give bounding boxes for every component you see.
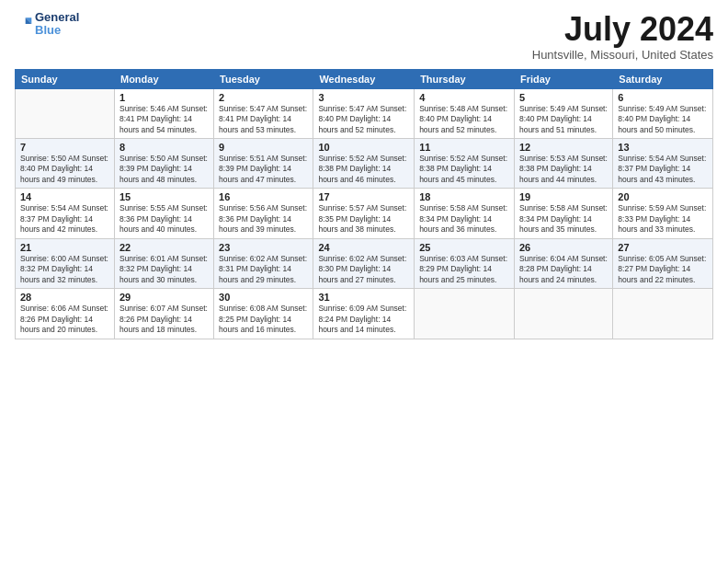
- week-row-3: 14Sunrise: 5:54 AM Sunset: 8:37 PM Dayli…: [16, 189, 713, 238]
- week-row-1: 1Sunrise: 5:46 AM Sunset: 8:41 PM Daylig…: [16, 88, 713, 138]
- day-info: Sunrise: 5:47 AM Sunset: 8:40 PM Dayligh…: [318, 104, 409, 135]
- day-cell: 10Sunrise: 5:52 AM Sunset: 8:38 PM Dayli…: [313, 139, 415, 189]
- logo: General Blue: [15, 11, 79, 38]
- col-header-thursday: Thursday: [415, 69, 515, 88]
- day-number: 3: [318, 92, 409, 103]
- title-area: July 2024 Huntsville, Missouri, United S…: [532, 11, 713, 62]
- day-cell: 8Sunrise: 5:50 AM Sunset: 8:39 PM Daylig…: [114, 139, 213, 189]
- day-cell: 6Sunrise: 5:49 AM Sunset: 8:40 PM Daylig…: [613, 88, 713, 138]
- day-number: 21: [20, 242, 109, 253]
- day-cell: 15Sunrise: 5:55 AM Sunset: 8:36 PM Dayli…: [114, 189, 213, 238]
- day-number: 1: [119, 92, 209, 103]
- header: General Blue July 2024 Huntsville, Misso…: [15, 11, 713, 62]
- day-info: Sunrise: 6:03 AM Sunset: 8:29 PM Dayligh…: [419, 254, 509, 285]
- day-info: Sunrise: 5:56 AM Sunset: 8:36 PM Dayligh…: [219, 203, 308, 235]
- day-info: Sunrise: 6:02 AM Sunset: 8:31 PM Dayligh…: [219, 254, 308, 285]
- day-number: 13: [618, 142, 708, 153]
- subtitle: Huntsville, Missouri, United States: [532, 48, 713, 62]
- day-info: Sunrise: 5:59 AM Sunset: 8:33 PM Dayligh…: [618, 203, 708, 235]
- day-cell: 25Sunrise: 6:03 AM Sunset: 8:29 PM Dayli…: [415, 238, 515, 288]
- day-number: 23: [219, 242, 308, 253]
- day-number: 8: [119, 142, 209, 153]
- day-cell: 23Sunrise: 6:02 AM Sunset: 8:31 PM Dayli…: [214, 238, 313, 288]
- day-number: 27: [618, 242, 708, 253]
- day-info: Sunrise: 5:50 AM Sunset: 8:39 PM Dayligh…: [119, 154, 209, 185]
- day-number: 28: [20, 292, 109, 303]
- day-info: Sunrise: 5:54 AM Sunset: 8:37 PM Dayligh…: [618, 154, 708, 185]
- day-info: Sunrise: 5:52 AM Sunset: 8:38 PM Dayligh…: [419, 154, 509, 185]
- day-info: Sunrise: 6:00 AM Sunset: 8:32 PM Dayligh…: [20, 254, 109, 285]
- day-info: Sunrise: 6:02 AM Sunset: 8:30 PM Dayligh…: [318, 254, 409, 285]
- day-info: Sunrise: 5:51 AM Sunset: 8:39 PM Dayligh…: [219, 154, 308, 185]
- day-number: 2: [219, 92, 308, 103]
- day-number: 7: [20, 142, 109, 153]
- day-info: Sunrise: 5:52 AM Sunset: 8:38 PM Dayligh…: [318, 154, 409, 185]
- day-cell: [415, 289, 515, 339]
- day-info: Sunrise: 6:08 AM Sunset: 8:25 PM Dayligh…: [219, 304, 308, 335]
- day-number: 15: [119, 191, 209, 202]
- page: General Blue July 2024 Huntsville, Misso…: [0, 0, 728, 563]
- day-cell: 30Sunrise: 6:08 AM Sunset: 8:25 PM Dayli…: [214, 289, 313, 339]
- day-cell: 20Sunrise: 5:59 AM Sunset: 8:33 PM Dayli…: [613, 189, 713, 238]
- day-cell: [514, 289, 612, 339]
- day-number: 20: [618, 191, 708, 202]
- col-header-friday: Friday: [514, 69, 612, 88]
- day-number: 25: [419, 242, 509, 253]
- day-cell: 1Sunrise: 5:46 AM Sunset: 8:41 PM Daylig…: [114, 88, 213, 138]
- day-cell: 4Sunrise: 5:48 AM Sunset: 8:40 PM Daylig…: [415, 88, 515, 138]
- day-number: 5: [519, 92, 608, 103]
- day-info: Sunrise: 6:05 AM Sunset: 8:27 PM Dayligh…: [618, 254, 708, 285]
- day-info: Sunrise: 6:04 AM Sunset: 8:28 PM Dayligh…: [519, 254, 608, 285]
- day-info: Sunrise: 5:58 AM Sunset: 8:34 PM Dayligh…: [519, 203, 608, 235]
- col-header-monday: Monday: [114, 69, 213, 88]
- day-number: 17: [318, 191, 409, 202]
- day-cell: 17Sunrise: 5:57 AM Sunset: 8:35 PM Dayli…: [313, 189, 415, 238]
- logo-icon: [15, 15, 33, 33]
- day-info: Sunrise: 5:50 AM Sunset: 8:40 PM Dayligh…: [20, 154, 109, 185]
- day-cell: 16Sunrise: 5:56 AM Sunset: 8:36 PM Dayli…: [214, 189, 313, 238]
- main-title: July 2024: [532, 11, 713, 48]
- day-cell: 31Sunrise: 6:09 AM Sunset: 8:24 PM Dayli…: [313, 289, 415, 339]
- day-cell: 7Sunrise: 5:50 AM Sunset: 8:40 PM Daylig…: [16, 139, 115, 189]
- day-info: Sunrise: 5:49 AM Sunset: 8:40 PM Dayligh…: [519, 104, 608, 135]
- day-info: Sunrise: 5:55 AM Sunset: 8:36 PM Dayligh…: [119, 203, 209, 235]
- col-header-saturday: Saturday: [613, 69, 713, 88]
- day-cell: 27Sunrise: 6:05 AM Sunset: 8:27 PM Dayli…: [613, 238, 713, 288]
- day-info: Sunrise: 6:01 AM Sunset: 8:32 PM Dayligh…: [119, 254, 209, 285]
- day-number: 31: [318, 292, 409, 303]
- day-cell: 5Sunrise: 5:49 AM Sunset: 8:40 PM Daylig…: [514, 88, 612, 138]
- day-cell: 26Sunrise: 6:04 AM Sunset: 8:28 PM Dayli…: [514, 238, 612, 288]
- week-row-2: 7Sunrise: 5:50 AM Sunset: 8:40 PM Daylig…: [16, 139, 713, 189]
- day-info: Sunrise: 5:49 AM Sunset: 8:40 PM Dayligh…: [618, 104, 708, 135]
- logo-text: General Blue: [35, 11, 79, 38]
- day-info: Sunrise: 5:46 AM Sunset: 8:41 PM Dayligh…: [119, 104, 209, 135]
- col-header-sunday: Sunday: [16, 69, 115, 88]
- col-header-wednesday: Wednesday: [313, 69, 415, 88]
- day-number: 16: [219, 191, 308, 202]
- week-row-4: 21Sunrise: 6:00 AM Sunset: 8:32 PM Dayli…: [16, 238, 713, 288]
- day-cell: 3Sunrise: 5:47 AM Sunset: 8:40 PM Daylig…: [313, 88, 415, 138]
- day-cell: 9Sunrise: 5:51 AM Sunset: 8:39 PM Daylig…: [214, 139, 313, 189]
- day-number: 6: [618, 92, 708, 103]
- day-cell: 19Sunrise: 5:58 AM Sunset: 8:34 PM Dayli…: [514, 189, 612, 238]
- day-cell: 22Sunrise: 6:01 AM Sunset: 8:32 PM Dayli…: [114, 238, 213, 288]
- week-row-5: 28Sunrise: 6:06 AM Sunset: 8:26 PM Dayli…: [16, 289, 713, 339]
- day-number: 22: [119, 242, 209, 253]
- day-number: 11: [419, 142, 509, 153]
- day-info: Sunrise: 6:06 AM Sunset: 8:26 PM Dayligh…: [20, 304, 109, 335]
- day-cell: 11Sunrise: 5:52 AM Sunset: 8:38 PM Dayli…: [415, 139, 515, 189]
- day-number: 18: [419, 191, 509, 202]
- day-number: 29: [119, 292, 209, 303]
- day-cell: [613, 289, 713, 339]
- day-number: 10: [318, 142, 409, 153]
- day-number: 26: [519, 242, 608, 253]
- day-cell: 28Sunrise: 6:06 AM Sunset: 8:26 PM Dayli…: [16, 289, 115, 339]
- day-cell: 29Sunrise: 6:07 AM Sunset: 8:26 PM Dayli…: [114, 289, 213, 339]
- day-number: 4: [419, 92, 509, 103]
- day-number: 9: [219, 142, 308, 153]
- day-cell: 21Sunrise: 6:00 AM Sunset: 8:32 PM Dayli…: [16, 238, 115, 288]
- col-header-tuesday: Tuesday: [214, 69, 313, 88]
- day-cell: [16, 88, 115, 138]
- day-number: 14: [20, 191, 109, 202]
- day-info: Sunrise: 5:47 AM Sunset: 8:41 PM Dayligh…: [219, 104, 308, 135]
